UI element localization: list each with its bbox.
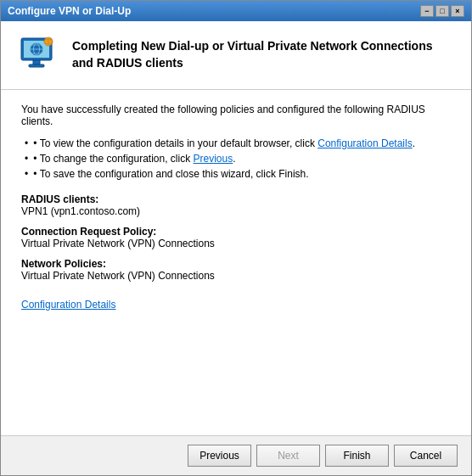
svg-rect-7 bbox=[33, 60, 40, 64]
network-policies-value: Virtual Private Network (VPN) Connection… bbox=[21, 270, 451, 282]
maximize-button[interactable]: □ bbox=[435, 5, 449, 17]
network-policies-label: Network Policies: bbox=[21, 258, 451, 270]
bullet-marker: • bbox=[33, 137, 40, 149]
main-window: Configure VPN or Dial-Up − □ × bbox=[0, 0, 472, 476]
network-policies-section: Network Policies: Virtual Private Networ… bbox=[21, 258, 451, 282]
connection-request-value: Virtual Private Network (VPN) Connection… bbox=[21, 238, 451, 249]
header-area: Completing New Dial-up or Virtual Privat… bbox=[1, 21, 471, 90]
previous-button[interactable]: Previous bbox=[188, 445, 251, 467]
minimize-button[interactable]: − bbox=[420, 5, 434, 17]
bullet-list: • To view the configuration details in y… bbox=[21, 137, 451, 180]
cancel-button[interactable]: Cancel bbox=[394, 445, 458, 467]
intro-text: You have successfully created the follow… bbox=[21, 104, 451, 127]
config-details-link-1[interactable]: Configuration Details bbox=[317, 137, 412, 149]
footer: Previous Next Finish Cancel bbox=[1, 435, 471, 475]
title-bar-buttons: − □ × bbox=[420, 5, 464, 17]
bullet-text-1: To view the configuration details in you… bbox=[40, 137, 415, 149]
radius-clients-label: RADIUS clients: bbox=[21, 193, 451, 205]
header-title: Completing New Dial-up or Virtual Privat… bbox=[72, 38, 454, 71]
radius-clients-section: RADIUS clients: VPN1 (vpn1.contoso.com) bbox=[21, 193, 451, 217]
connection-request-section: Connection Request Policy: Virtual Priva… bbox=[21, 226, 451, 249]
bullet-text-3: To save the configuration and close this… bbox=[40, 168, 309, 180]
bullet-marker-3: • bbox=[33, 168, 40, 180]
window-title: Configure VPN or Dial-Up bbox=[8, 5, 131, 17]
bullet-item-3: • To save the configuration and close th… bbox=[25, 168, 451, 180]
next-button[interactable]: Next bbox=[256, 445, 320, 467]
content-area: You have successfully created the follow… bbox=[1, 90, 471, 435]
bullet-item-2: • To change the configuration, click Pre… bbox=[25, 153, 451, 165]
bullet-item-1: • To view the configuration details in y… bbox=[25, 137, 451, 149]
config-link-area: Configuration Details bbox=[21, 299, 451, 311]
finish-button[interactable]: Finish bbox=[325, 445, 389, 467]
wizard-icon bbox=[18, 35, 59, 76]
previous-link[interactable]: Previous bbox=[194, 153, 233, 165]
svg-rect-8 bbox=[29, 64, 44, 67]
title-bar: Configure VPN or Dial-Up − □ × bbox=[1, 1, 471, 21]
bullet-marker-2: • bbox=[33, 153, 40, 165]
connection-request-label: Connection Request Policy: bbox=[21, 226, 451, 238]
bullet-text-2: To change the configuration, click Previ… bbox=[40, 153, 236, 165]
configuration-details-link[interactable]: Configuration Details bbox=[21, 299, 115, 311]
close-button[interactable]: × bbox=[451, 5, 464, 17]
radius-clients-value: VPN1 (vpn1.contoso.com) bbox=[21, 205, 451, 217]
